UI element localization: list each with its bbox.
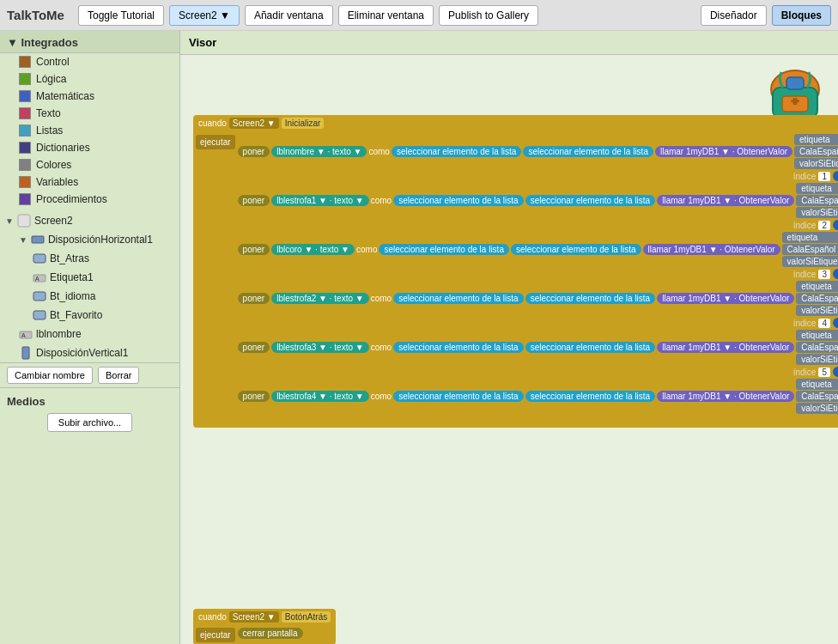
quando1-label: cuando [198,118,227,128]
tomar-1: tomar el valor inicial [833,171,838,181]
sidebar-item-control[interactable]: Control [14,53,179,70]
cala-4: CalaEspañol ▼ [796,293,838,304]
remove-window-button[interactable]: Eliminar ventana [338,5,434,26]
dictionaries-label: Dictionaries [36,142,90,154]
svg-text:A: A [21,332,26,338]
sidebar-item-disposicion[interactable]: ▼ DisposiciónHorizontal1 [14,230,179,249]
valor-si-1: valorSiEtiquetaNoExiste [794,158,838,169]
matematicas-label: Matemáticas [36,90,94,102]
cala-2: CalaEspañol ▼ [796,195,838,206]
etiqueta-2: etiqueta [796,183,838,194]
sidebar-item-etiqueta1[interactable]: A Etiqueta1 [27,268,179,287]
sidebar-item-bt-atras[interactable]: Bt_Atras [27,249,179,268]
block-row-1: poner lblnombre ▼ · texto ▼ como selecci… [238,134,838,169]
lblcoro-pill: lblcoro ▼ · texto ▼ [271,244,355,255]
tomar-4: tomar el valor inicial [833,318,838,328]
sidebar-item-logica[interactable]: Lógica [14,70,179,88]
lblestrofa3-pill: lblestrofa3 ▼ · texto ▼ [271,342,369,353]
sidebar-item-bt-idioma[interactable]: Bt_idioma [27,287,179,306]
logica-color [19,73,31,85]
block-row-4: poner lblestrofa2 ▼ · texto ▼ como selec… [238,281,838,316]
lblestrofa4-pill: lblestrofa4 ▼ · texto ▼ [271,391,369,402]
valor-si-5: valorSiEtiquetaNoExiste [796,354,838,365]
etiqueta-1: etiqueta [794,134,838,145]
borrar-button[interactable]: Borrar [98,367,140,384]
bt-favorito-label: Bt_Favorito [50,309,102,321]
matematicas-color [19,90,31,102]
indice-val-5: 5 [818,368,830,377]
sidebar-item-bt-favorito[interactable]: Bt_Favorito [27,306,179,325]
lblestrofa1-pill: lblestrofa1 ▼ · texto ▼ [271,195,369,206]
viewer-header: Visor [180,31,838,55]
valor-si-2: valorSiEtiquetaNoExiste [796,207,838,218]
sidebar-item-variables[interactable]: Variables [14,173,179,191]
seleccionar-pill-5a: seleccionar elemento de la lista [393,342,524,353]
sidebar-item-disposicion-vertical[interactable]: DisposiciónVertical1 [14,343,179,362]
como-6: como [371,392,392,401]
bloques-button[interactable]: Bloques [772,5,831,26]
topbar: TalkToMe Toggle Tutorial Screen2 ▼ Añadi… [0,0,838,31]
sidebar-item-matematicas[interactable]: Matemáticas [14,88,179,105]
disposicion-vertical-label: DisposiciónVertical1 [36,347,128,359]
colores-color [19,159,31,171]
svg-text:A: A [35,276,39,282]
texto-color [19,107,31,119]
indice-val-2: 2 [818,221,830,230]
upload-button[interactable]: Subir archivo... [47,413,132,432]
lblnombre-pill: lblnombre ▼ · texto ▼ [271,146,367,157]
sidebar-item-screen2[interactable]: ▼ Screen2 [0,211,179,230]
tomar-2: tomar el valor inicial [833,220,838,230]
poner-pill-3: poner [238,244,270,255]
llamar-pill-4: llamar 1myDB1 ▼ · ObtenerValor [657,293,794,304]
cala-1: CalaEspañol ▼ [794,146,838,157]
seleccionar-pill-4a: seleccionar elemento de la lista [393,293,524,304]
screen2-dropdown[interactable]: Screen2 ▼ [169,5,240,26]
sidebar-item-listas[interactable]: Listas [14,122,179,139]
add-window-button[interactable]: Añadir ventana [245,5,333,26]
svg-rect-13 [786,77,804,89]
poner-pill-6: poner [238,391,270,402]
control-color [19,56,31,68]
sidebar-item-procedimientos[interactable]: Procedimientos [14,191,179,208]
svg-rect-2 [33,254,46,263]
svg-rect-5 [33,292,46,301]
toggle-tutorial-button[interactable]: Toggle Tutorial [78,5,164,26]
sidebar-item-lblnombre[interactable]: A lblnombre [14,325,179,343]
publish-button[interactable]: Publish to Gallery [439,5,538,26]
cala-6: CalaEspañol ▼ [796,391,838,402]
screen2-icon [17,214,31,228]
viewer-canvas[interactable]: cuando Screen2 ▼ Inicializar ejecutar po… [180,55,838,644]
seleccionar-pill-1b: seleccionar elemento de la lista [523,146,653,157]
boton-atras-block: BotónAtrás [282,611,331,623]
sidebar-item-colores[interactable]: Colores [14,156,179,173]
indice-val-1: 1 [818,172,830,181]
svg-rect-9 [22,347,29,359]
block-group-2: cuando Screen2 ▼ BotónAtrás ejecutar cer… [193,609,336,644]
index-row-6: índice 6 [238,416,838,425]
llamar-pill-2: llamar 1myDB1 ▼ · ObtenerValor [657,195,794,206]
disposicion-label: DisposiciónHorizontal1 [48,234,153,246]
indice-label-1: índice [793,172,817,181]
svg-rect-15 [793,98,798,105]
sidebar-item-texto[interactable]: Texto [14,105,179,122]
etiqueta-3: etiqueta [782,232,838,243]
bt-idioma-label: Bt_idioma [50,290,95,302]
poner-pill-1: poner [238,146,270,157]
seleccionar-pill-2b: seleccionar elemento de la lista [525,195,656,206]
como-2: como [371,196,392,205]
variables-label: Variables [36,176,78,188]
valor-si-6: valorSiEtiquetaNoExiste [796,403,838,414]
cala-5: CalaEspañol ▼ [796,342,838,353]
lblnombre-label: lblnombre [36,328,82,340]
llamar-pill-3: llamar 1myDB1 ▼ · ObtenerValor [643,244,780,255]
disposicion-icon [31,233,45,246]
block-row-3: poner lblcoro ▼ · texto ▼ como seleccion… [238,232,838,267]
seleccionar-pill-4b: seleccionar elemento de la lista [525,293,656,304]
quando2-label: cuando [198,612,227,622]
indice-label-3: índice [793,270,817,279]
designer-button[interactable]: Diseñador [701,5,767,26]
procedimientos-label: Procedimientos [36,193,107,205]
cambiar-nombre-button[interactable]: Cambiar nombre [7,367,93,384]
sidebar-item-dictionaries[interactable]: Dictionaries [14,139,179,156]
disposicion-arrow: ▼ [19,235,27,245]
